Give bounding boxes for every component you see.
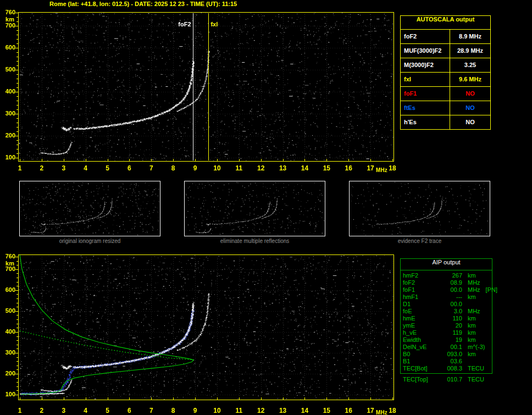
aip-row-value: 20 [438,322,462,329]
aip-row-label: Ewidth [403,336,438,344]
aip-row-hvE: h_vE119km [401,329,492,336]
aip-row-B1: B103.6 [401,358,492,365]
aip-output-table: AIP output hmF2267kmfoF208.9MHzfoF100.0M… [400,258,492,374]
aip-row-value: 3.0 [438,308,462,315]
aip-row-foF1: foF100.0MHz[PN] [401,286,492,294]
aip-row-unit: km [462,315,490,322]
autoscala-screen: Rome (lat: +41.8, lon: 012.5) - DATE: 20… [0,0,532,415]
aip-row-value: 00.1 [438,344,462,351]
thumbnail-caption-cleaned: eliminate multiple reflections [184,238,325,244]
autoscala-output-table: AUTOSCALA output foF28.9 MHzMUF(3000)F22… [400,15,491,130]
aip-row-label: hmE [403,315,438,322]
aip-row-value: 119 [438,329,462,336]
aip-row-value: --- [438,294,462,301]
aip-row-unit: TECU [462,376,490,383]
autoscala-row-label: foF1 [401,87,450,101]
autoscala-row-value: NO [450,115,490,129]
aip-row-unit: km [462,272,490,279]
autoscala-row-label: MUF(3000)F2 [401,44,450,58]
aip-row-unit: MHz [462,308,490,315]
aip-row-value: 03.6 [438,358,462,365]
aip-row-Ewidth: Ewidth19km [401,336,492,344]
aip-row-label: B1 [403,358,438,365]
aip-row-label: TEC[Top] [403,376,438,383]
aip-row-B0: B0093.0km [401,351,492,358]
aip-row-label: h_vE [403,329,438,336]
autoscala-row-M3000F2: M(3000)F23.25 [401,58,490,72]
autoscala-row-value: NO [450,101,490,115]
aip-row-DelNvE: DelN_vE00.1m^(-3) [401,344,492,351]
autoscala-row-MUF3000F2: MUF(3000)F228.9 MHz [401,43,490,58]
autoscala-row-value: NO [450,87,490,101]
aip-row-hmF2: hmF2267km [401,272,492,279]
aip-row-label: hmF2 [403,272,438,279]
aip-row-unit: MHz[PN] [462,286,497,294]
thumbnail-canvas-cleaned [184,181,325,236]
aip-row-label: B0 [403,351,438,358]
aip-row-unit: km [462,322,490,329]
autoscala-row-foF1: foF1NO [401,86,490,101]
autoscala-row-label: foF2 [401,30,450,43]
autoscala-table-rows: foF28.9 MHzMUF(3000)F228.9 MHzM(3000)F23… [401,29,490,129]
thumbnail-caption-original: original ionogram resized [19,238,160,244]
top-ionogram-canvas [0,9,398,174]
aip-row-unit [462,301,490,308]
aip-row-value: 010.7 [438,376,462,383]
aip-row-value: 093.0 [438,351,462,358]
aip-row-hmF1: hmF1---km [401,294,492,301]
autoscala-row-foF2: foF28.9 MHz [401,29,490,43]
aip-row-label: DelN_vE [403,344,438,351]
autoscala-row-ftEs: ftEsNO [401,101,490,115]
aip-row-value: 267 [438,272,462,279]
bottom-ionogram-canvas [0,250,398,415]
aip-row-TECTop: TEC[Top]010.7TECU [401,376,492,383]
autoscala-row-value: 8.9 MHz [450,30,490,43]
aip-row-unit: km [462,294,490,301]
aip-row-unit: km [462,329,490,336]
aip-row-label: foF1 [403,286,438,294]
aip-row-ymE: ymE20km [401,322,492,329]
aip-row-label: foF2 [403,279,438,286]
aip-row-value: 00.0 [438,286,462,294]
aip-row-value: 08.9 [438,279,462,286]
aip-row-value: 008.3 [438,365,462,372]
autoscala-row-fxI: fxI9.6 MHz [401,72,490,86]
aip-row-label: TEC[Bot] [403,365,438,372]
autoscala-row-value: 9.6 MHz [450,73,490,86]
autoscala-row-label: fxI [401,73,450,86]
aip-row-label: foE [403,308,438,315]
aip-row-unit: km [462,336,490,344]
autoscala-row-hEs: h'EsNO [401,115,490,129]
thumbnail-canvas-f2trace [349,181,490,236]
aip-row-unit: m^(-3) [462,344,490,351]
autoscala-row-value: 28.9 MHz [450,44,490,58]
aip-row-unit [462,358,490,365]
aip-row-unit: MHz [462,279,490,286]
autoscala-row-label: ftEs [401,101,450,115]
aip-row-label: hmF1 [403,294,438,301]
thumbnail-canvas-original [19,181,160,236]
page-title: Rome (lat: +41.8, lon: 012.5) - DATE: 20… [49,1,237,7]
autoscala-row-value: 3.25 [450,58,490,72]
aip-row-foE: foE3.0MHz [401,308,492,315]
autoscala-table-title: AUTOSCALA output [401,16,490,29]
aip-row-label: ymE [403,322,438,329]
autoscala-row-label: h'Es [401,115,450,129]
aip-row-note: [PN] [486,286,497,293]
aip-table-rows: hmF2267kmfoF208.9MHzfoF100.0MHz[PN]hmF1-… [401,272,492,372]
tec-top-row: TEC[Top]010.7TECU [401,376,492,383]
aip-row-foF2: foF208.9MHz [401,279,492,286]
aip-row-value: 00.0 [438,301,462,308]
aip-row-value: 110 [438,315,462,322]
aip-row-unit: TECU [462,365,490,372]
autoscala-row-label: M(3000)F2 [401,58,450,72]
aip-table-title: AIP output [401,259,492,270]
thumbnail-caption-f2trace: evidence F2 trace [349,238,490,244]
aip-row-hmE: hmE110km [401,315,492,322]
aip-row-label: D1 [403,301,438,308]
aip-row-unit: km [462,351,490,358]
aip-row-D1: D100.0 [401,301,492,308]
aip-row-TECBot: TEC[Bot]008.3TECU [401,365,492,372]
aip-row-value: 19 [438,336,462,344]
